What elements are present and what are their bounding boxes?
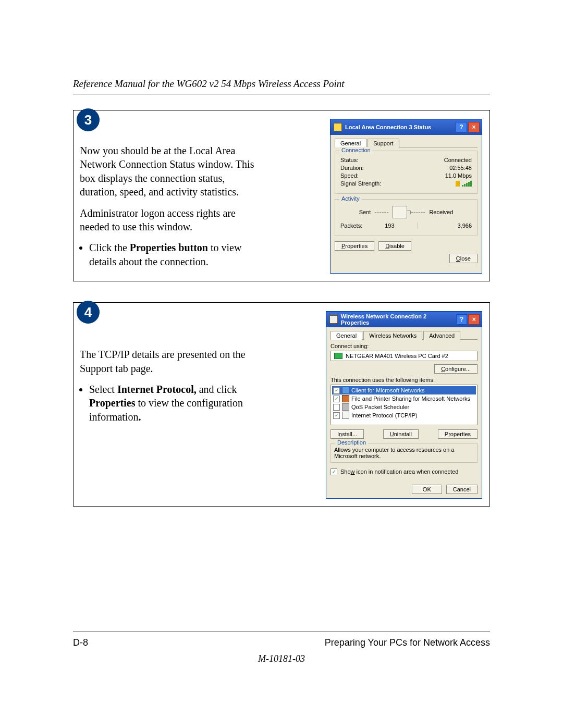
service-icon bbox=[342, 403, 349, 411]
tab-general[interactable]: General bbox=[335, 139, 366, 147]
connection-legend: Connection bbox=[339, 147, 373, 153]
sent-label: Sent bbox=[359, 209, 371, 215]
step3-p2: Administrator logon access rights are ne… bbox=[80, 206, 257, 234]
activity-legend: Activity bbox=[339, 195, 362, 202]
components-listbox[interactable]: ✓Client for Microsoft Networks ✓File and… bbox=[331, 385, 478, 425]
step-3-badge: 3 bbox=[77, 108, 100, 131]
adapter-name: NETGEAR MA401 Wireless PC Card #2 bbox=[346, 353, 448, 359]
activity-icon bbox=[393, 206, 407, 218]
step3-p1: Now you should be at the Local Area Netw… bbox=[80, 144, 257, 199]
step4-p1: The TCP/IP details are presented on the … bbox=[80, 348, 257, 375]
page-header: Reference Manual for the WG602 v2 54 Mbp… bbox=[73, 78, 490, 94]
step-3-box: 3 Now you should be at the Local Area Ne… bbox=[73, 110, 490, 281]
status-label: Status: bbox=[340, 157, 358, 163]
duration-label: Duration: bbox=[340, 165, 364, 171]
properties-button[interactable]: Properties bbox=[438, 429, 478, 439]
status-value: Connected bbox=[444, 157, 472, 163]
status-tabs: General Support bbox=[335, 138, 478, 147]
status-window: Local Area Connection 3 Status ? × Gener… bbox=[330, 119, 482, 274]
close-icon[interactable]: × bbox=[468, 122, 480, 132]
connection-group: Connection Status:Connected Duration:02:… bbox=[335, 151, 478, 194]
uninstall-button[interactable]: Uninstall bbox=[383, 429, 419, 439]
properties-window: Wireless Network Connection 2 Properties… bbox=[326, 311, 482, 499]
signal-label: Signal Strength: bbox=[340, 180, 381, 187]
props-titlebar[interactable]: Wireless Network Connection 2 Properties… bbox=[326, 312, 482, 327]
help-button[interactable]: ? bbox=[456, 122, 467, 132]
props-title: Wireless Network Connection 2 Properties bbox=[341, 313, 455, 326]
step3-bullet1: Click the Properties button to view deta… bbox=[89, 241, 257, 268]
description-text: Allows your computer to access resources… bbox=[334, 447, 474, 459]
adapter-field: NETGEAR MA401 Wireless PC Card #2 bbox=[331, 351, 478, 361]
props-tabs: General Wireless Networks Advanced bbox=[331, 330, 478, 340]
window-icon bbox=[329, 315, 338, 324]
show-icon-checkbox[interactable]: ✓ Show icon in notification area when co… bbox=[331, 468, 458, 475]
step-3-text: Now you should be at the Local Area Netw… bbox=[80, 119, 257, 274]
help-button[interactable]: ? bbox=[456, 314, 468, 325]
list-item-fileprint[interactable]: ✓File and Printer Sharing for Microsoft … bbox=[332, 394, 476, 403]
signal-strength-icon bbox=[456, 180, 472, 187]
step4-bullet1: Select Internet Protocol, and click Prop… bbox=[89, 382, 257, 424]
duration-value: 02:55:48 bbox=[449, 165, 472, 171]
speed-label: Speed: bbox=[340, 172, 359, 179]
packets-sent: 193 bbox=[362, 223, 417, 229]
step-4-box: 4 The TCP/IP details are presented on th… bbox=[73, 302, 490, 507]
adapter-icon bbox=[334, 353, 342, 359]
activity-group: Activity Sent Received Packets: 193 3,96… bbox=[335, 199, 478, 236]
page-footer: D-8 Preparing Your PCs for Network Acces… bbox=[73, 632, 490, 648]
list-item-client[interactable]: ✓Client for Microsoft Networks bbox=[332, 386, 476, 394]
description-legend: Description bbox=[335, 439, 368, 446]
close-button[interactable]: Close bbox=[449, 254, 478, 263]
tab-support[interactable]: Support bbox=[368, 139, 399, 147]
service-icon bbox=[342, 395, 349, 402]
status-titlebar[interactable]: Local Area Connection 3 Status ? × bbox=[331, 119, 482, 135]
speed-value: 11.0 Mbps bbox=[445, 172, 472, 179]
received-label: Received bbox=[429, 209, 453, 215]
packets-received: 3,966 bbox=[418, 223, 472, 229]
ok-button[interactable]: OK bbox=[412, 485, 442, 494]
page-number: D-8 bbox=[73, 637, 88, 648]
document-number: M-10181-03 bbox=[73, 653, 490, 664]
close-icon[interactable]: × bbox=[468, 314, 480, 325]
protocol-icon bbox=[342, 412, 349, 419]
status-title: Local Area Connection 3 Status bbox=[345, 124, 431, 130]
disable-button[interactable]: Disable bbox=[378, 241, 411, 251]
client-icon bbox=[342, 387, 349, 394]
tab-general[interactable]: General bbox=[331, 331, 362, 340]
connect-using-label: Connect using: bbox=[331, 343, 478, 349]
list-item-qos[interactable]: QoS Packet Scheduler bbox=[332, 403, 476, 411]
section-title: Preparing Your PCs for Network Access bbox=[325, 637, 490, 648]
description-group: Description Allows your computer to acce… bbox=[331, 443, 478, 463]
tab-advanced[interactable]: Advanced bbox=[423, 331, 460, 340]
packets-label: Packets: bbox=[340, 223, 362, 229]
step-4-badge: 4 bbox=[77, 301, 100, 324]
configure-button[interactable]: Configure... bbox=[434, 364, 478, 374]
install-button[interactable]: Install... bbox=[331, 429, 364, 439]
step-4-text: The TCP/IP details are presented on the … bbox=[80, 311, 257, 499]
list-item-tcpip[interactable]: ✓Internet Protocol (TCP/IP) bbox=[332, 411, 476, 419]
window-icon bbox=[334, 123, 342, 131]
properties-button[interactable]: Properties bbox=[335, 241, 374, 251]
uses-items-label: This connection uses the following items… bbox=[331, 377, 478, 383]
cancel-button[interactable]: Cancel bbox=[446, 485, 478, 494]
tab-wireless-networks[interactable]: Wireless Networks bbox=[363, 331, 422, 340]
